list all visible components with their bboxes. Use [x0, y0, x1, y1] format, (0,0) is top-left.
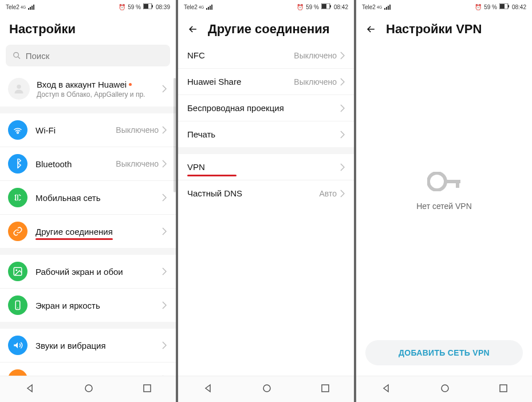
- nav-recent-button[interactable]: [143, 384, 151, 395]
- svg-point-9: [17, 308, 18, 309]
- row-label: Другие соединения: [36, 227, 162, 237]
- settings-row[interactable]: BluetoothВыключено: [0, 147, 176, 181]
- settings-row[interactable]: Мобильная сеть: [0, 181, 176, 215]
- chevron-right-icon: [340, 104, 345, 112]
- nav-back-button[interactable]: [25, 384, 34, 395]
- settings-row[interactable]: Экран и яркость: [0, 289, 176, 322]
- nav-bar: [0, 376, 176, 402]
- net-label: 4G: [199, 5, 204, 9]
- search-input[interactable]: [26, 51, 163, 61]
- page-title: Настройки VPN: [386, 22, 482, 37]
- svg-point-15: [263, 385, 270, 392]
- row-label: Печать: [187, 129, 215, 139]
- otherconn-row[interactable]: Печать: [178, 121, 354, 147]
- link-icon: [8, 222, 27, 241]
- svg-rect-2: [152, 5, 153, 7]
- battery-icon: [321, 3, 332, 10]
- nav-home-button[interactable]: [262, 384, 271, 395]
- nav-home-button[interactable]: [84, 384, 93, 395]
- row-value: Выключено: [294, 51, 337, 60]
- scrollbar[interactable]: [174, 78, 176, 192]
- header: Настройки VPN: [356, 14, 532, 42]
- row-label: Частный DNS: [187, 188, 242, 198]
- carrier-label: Tele2: [184, 4, 198, 10]
- svg-rect-11: [144, 385, 151, 392]
- otherconn-row[interactable]: Huawei ShareВыключено: [178, 69, 354, 95]
- chevron-right-icon: [162, 194, 167, 202]
- back-button[interactable]: [365, 23, 377, 35]
- row-label: Уведомления: [36, 375, 162, 376]
- svg-line-4: [18, 57, 20, 59]
- bell-icon: [8, 369, 27, 376]
- chevron-right-icon: [162, 227, 167, 235]
- nav-home-button[interactable]: [440, 384, 450, 395]
- settings-row[interactable]: Wi-FiВыключено: [0, 113, 176, 147]
- add-vpn-button[interactable]: ДОБАВИТЬ СЕТЬ VPN: [365, 340, 523, 365]
- sound-section: Звуки и вибрацияУведомления: [0, 329, 176, 376]
- header: Настройки: [0, 14, 176, 42]
- key-icon: [427, 172, 462, 194]
- otherconn-row[interactable]: Частный DNSАвто: [178, 180, 354, 206]
- chevron-right-icon: [162, 301, 167, 309]
- otherconn-row[interactable]: NFCВыключено: [178, 42, 354, 69]
- chevron-right-icon: [162, 267, 167, 275]
- empty-text: Нет сетей VPN: [416, 202, 472, 211]
- wifi-icon: [8, 120, 27, 140]
- svg-point-3: [14, 53, 19, 58]
- svg-point-7: [15, 269, 17, 271]
- otherconn-row[interactable]: VPN: [178, 154, 354, 180]
- row-label: NFC: [187, 50, 205, 60]
- page-title: Настройки: [9, 22, 76, 37]
- account-row[interactable]: Вход в аккаунт Huawei Доступ в Облако, A…: [0, 72, 176, 107]
- conn-group-1: NFCВыключеноHuawei ShareВыключеноБеспров…: [178, 42, 354, 147]
- row-value: Выключено: [294, 77, 337, 86]
- nav-bar: [178, 376, 354, 402]
- svg-rect-14: [330, 5, 331, 7]
- net-label: 4G: [377, 5, 382, 9]
- account-title: Вход в аккаунт Huawei: [37, 80, 127, 89]
- svg-point-10: [85, 385, 92, 392]
- row-label: VPN: [187, 162, 205, 172]
- nav-recent-button[interactable]: [499, 384, 507, 395]
- settings-row[interactable]: Рабочий экран и обои: [0, 255, 176, 289]
- row-label: Huawei Share: [187, 77, 241, 86]
- chevron-right-icon: [340, 131, 345, 139]
- net-label: 4G: [21, 5, 26, 9]
- back-button[interactable]: [187, 23, 199, 35]
- row-label: Звуки и вибрация: [36, 341, 162, 350]
- chevron-right-icon: [340, 78, 345, 86]
- nav-back-button[interactable]: [381, 384, 391, 395]
- otherconn-row[interactable]: Беспроводная проекция: [178, 95, 354, 121]
- row-label: Рабочий экран и обои: [36, 267, 162, 277]
- connectivity-section: Wi-FiВыключеноBluetoothВыключеноМобильна…: [0, 113, 176, 248]
- search-icon: [13, 51, 21, 60]
- svg-point-23: [442, 385, 448, 392]
- settings-row[interactable]: Звуки и вибрация: [0, 329, 176, 362]
- chevron-right-icon: [162, 160, 167, 168]
- battery-text: 59 %: [128, 4, 141, 10]
- chevron-right-icon: [162, 341, 167, 349]
- picture-icon: [8, 262, 27, 281]
- chevron-right-icon: [162, 126, 167, 134]
- status-bar: Tele2 4G ⏰ 59 % 08:42: [356, 0, 532, 14]
- row-label: Беспроводная проекция: [187, 103, 284, 113]
- search-bar[interactable]: [6, 45, 170, 66]
- row-value: Выключено: [116, 159, 159, 168]
- avatar-icon: [8, 78, 30, 100]
- battery-icon: [499, 3, 510, 10]
- nav-recent-button[interactable]: [321, 384, 329, 395]
- svg-rect-22: [456, 180, 459, 188]
- page-title: Другие соединения: [208, 22, 330, 37]
- settings-row[interactable]: Другие соединения: [0, 215, 176, 248]
- svg-rect-19: [508, 5, 509, 7]
- screen-other-connections: Tele2 4G ⏰ 59 % 08:42 Другие соединения …: [178, 0, 354, 402]
- svg-point-20: [428, 173, 446, 190]
- carrier-label: Tele2: [362, 4, 376, 10]
- alarm-icon: ⏰: [297, 4, 304, 10]
- settings-row[interactable]: Уведомления: [0, 362, 176, 376]
- carrier-label: Tele2: [6, 4, 19, 10]
- status-bar: Tele2 4G ⏰ 59 % 08:42: [178, 0, 354, 14]
- alarm-icon: ⏰: [475, 4, 482, 10]
- nav-back-button[interactable]: [203, 384, 212, 395]
- svg-rect-16: [322, 385, 329, 392]
